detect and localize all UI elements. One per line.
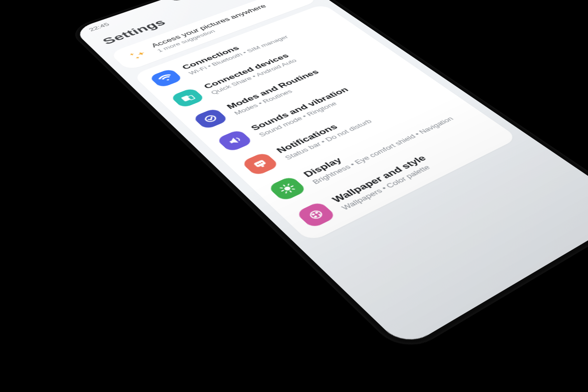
notifications-icon [241, 152, 280, 176]
settings-screen: 22:45 VoLTE 38% [73, 0, 588, 349]
svg-point-12 [283, 186, 292, 191]
devices-icon [170, 88, 206, 109]
svg-point-13 [308, 210, 323, 220]
svg-point-14 [312, 214, 315, 215]
sparkle-icon [124, 47, 152, 63]
wallpaper-icon [295, 201, 337, 229]
display-icon [267, 175, 308, 201]
svg-point-16 [315, 216, 317, 217]
